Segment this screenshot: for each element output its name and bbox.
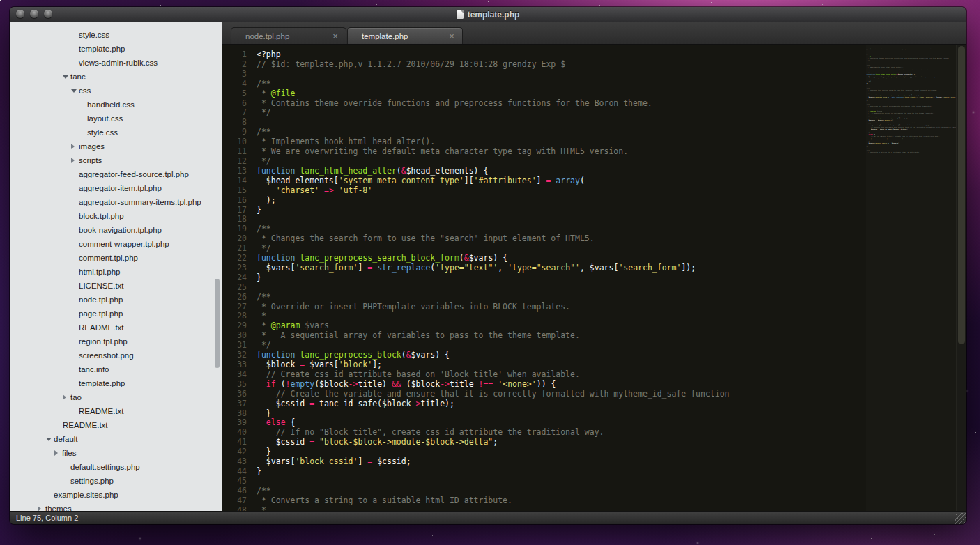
tree-file[interactable]: block.tpl.php	[10, 209, 222, 223]
tree-folder[interactable]: tao	[10, 390, 222, 404]
tree-file[interactable]: page.tpl.php	[10, 307, 222, 321]
line-number[interactable]: 44	[222, 467, 251, 477]
line-number[interactable]: 17	[222, 206, 251, 215]
line-number[interactable]: 29	[222, 321, 251, 331]
tree-file[interactable]: settings.php	[10, 474, 222, 488]
disclosure-closed-icon[interactable]	[54, 450, 62, 456]
line-number[interactable]: 48	[222, 506, 251, 511]
line-number[interactable]: 2	[222, 60, 251, 70]
tree-file[interactable]: layout.css	[10, 112, 222, 125]
line-number[interactable]: 20	[222, 234, 251, 244]
line-number[interactable]: 47	[222, 496, 251, 506]
tree-file[interactable]: README.txt	[10, 418, 222, 432]
line-number[interactable]: 35	[222, 380, 251, 390]
line-number[interactable]: 9	[222, 128, 251, 137]
tree-file[interactable]: html.tpl.php	[10, 265, 222, 279]
tree-folder[interactable]: files	[10, 446, 222, 460]
line-number[interactable]: 22	[222, 254, 251, 263]
tree-file[interactable]: aggregator-feed-source.tpl.php	[10, 167, 222, 181]
line-number[interactable]: 39	[222, 418, 251, 428]
line-number[interactable]: 6	[222, 99, 251, 109]
line-number[interactable]: 16	[222, 196, 251, 206]
code-area[interactable]: 1<?php2// $Id: template.php,v 1.1.2.7 20…	[222, 45, 966, 511]
close-window-button[interactable]	[16, 10, 24, 18]
line-number[interactable]: 40	[222, 428, 251, 438]
line-number[interactable]: 5	[222, 89, 251, 99]
tree-folder[interactable]: images	[10, 139, 222, 153]
line-number[interactable]: 23	[222, 263, 251, 273]
tree-folder[interactable]: default	[10, 432, 222, 446]
line-number[interactable]: 46	[222, 486, 251, 496]
tree-file[interactable]: README.txt	[10, 404, 222, 418]
minimap[interactable]: <?php// $Id: template.php,v 1.1.2.7 2010…	[866, 45, 957, 511]
line-number[interactable]: 12	[222, 157, 251, 167]
tab-template.php[interactable]: template.php×	[347, 27, 463, 44]
line-number[interactable]: 19	[222, 224, 251, 234]
disclosure-closed-icon[interactable]	[71, 158, 79, 163]
line-number[interactable]: 38	[222, 409, 251, 419]
line-number[interactable]: 36	[222, 390, 251, 399]
vertical-scrollbar-thumb[interactable]	[958, 46, 965, 344]
tab-close-icon[interactable]: ×	[330, 31, 340, 40]
tree-file[interactable]: comment-wrapper.tpl.php	[10, 237, 222, 251]
tree-file[interactable]: template.php	[10, 376, 222, 390]
tree-folder[interactable]: themes	[10, 502, 222, 511]
resize-grip[interactable]	[955, 513, 966, 524]
vertical-scrollbar[interactable]	[956, 45, 966, 511]
line-number[interactable]: 4	[222, 79, 251, 89]
disclosure-open-icon[interactable]	[71, 89, 79, 93]
line-number[interactable]: 30	[222, 331, 251, 341]
line-number[interactable]: 3	[222, 70, 251, 79]
disclosure-open-icon[interactable]	[46, 438, 54, 441]
tree-file[interactable]: LICENSE.txt	[10, 279, 222, 293]
tree-file[interactable]: aggregator-item.tpl.php	[10, 181, 222, 195]
line-number[interactable]: 13	[222, 167, 251, 176]
tree-file[interactable]: comment.tpl.php	[10, 251, 222, 265]
line-number[interactable]: 31	[222, 341, 251, 351]
tree-file[interactable]: tanc.info	[10, 362, 222, 376]
tree-file[interactable]: handheld.css	[10, 98, 222, 112]
line-number[interactable]: 33	[222, 360, 251, 370]
line-number[interactable]: 18	[222, 215, 251, 224]
minimize-window-button[interactable]	[30, 10, 38, 18]
line-number[interactable]: 25	[222, 283, 251, 293]
tree-file[interactable]: style.css	[10, 28, 222, 42]
line-number[interactable]: 14	[222, 176, 251, 186]
tree-file[interactable]: example.sites.php	[10, 488, 222, 502]
titlebar[interactable]: template.php	[10, 7, 966, 22]
line-number[interactable]: 7	[222, 108, 251, 118]
zoom-window-button[interactable]	[44, 10, 52, 18]
line-number[interactable]: 8	[222, 118, 251, 128]
line-number[interactable]: 45	[222, 477, 251, 486]
tree-folder[interactable]: tanc	[10, 70, 222, 84]
tree-file[interactable]: node.tpl.php	[10, 293, 222, 307]
line-number[interactable]: 27	[222, 302, 251, 312]
tree-file[interactable]: style.css	[10, 125, 222, 139]
line-number[interactable]: 28	[222, 312, 251, 321]
tab-node.tpl.php[interactable]: node.tpl.php×	[231, 27, 346, 44]
line-number[interactable]: 42	[222, 447, 251, 457]
tree-file[interactable]: aggregator-summary-items.tpl.php	[10, 195, 222, 209]
line-number[interactable]: 15	[222, 186, 251, 196]
tree-file[interactable]: book-navigation.tpl.php	[10, 223, 222, 237]
tree-file[interactable]: screenshot.png	[10, 348, 222, 362]
line-number[interactable]: 10	[222, 137, 251, 147]
line-number[interactable]: 11	[222, 147, 251, 157]
tree-file[interactable]: region.tpl.php	[10, 335, 222, 348]
line-number[interactable]: 24	[222, 273, 251, 283]
tree-file[interactable]: views-admin-rubik.css	[10, 56, 222, 70]
disclosure-closed-icon[interactable]	[63, 394, 70, 400]
tree-folder[interactable]: scripts	[10, 153, 222, 167]
sidebar-scrollbar-thumb[interactable]	[215, 279, 220, 368]
tree-file[interactable]: template.php	[10, 42, 222, 56]
disclosure-open-icon[interactable]	[63, 75, 70, 79]
tab-close-icon[interactable]: ×	[447, 31, 457, 40]
line-number[interactable]: 1	[222, 50, 251, 60]
tree-folder[interactable]: css	[10, 84, 222, 98]
disclosure-closed-icon[interactable]	[38, 506, 45, 511]
line-number[interactable]: 34	[222, 370, 251, 380]
line-number[interactable]: 41	[222, 438, 251, 447]
line-number[interactable]: 43	[222, 457, 251, 467]
line-number[interactable]: 37	[222, 399, 251, 409]
line-number[interactable]: 21	[222, 244, 251, 254]
